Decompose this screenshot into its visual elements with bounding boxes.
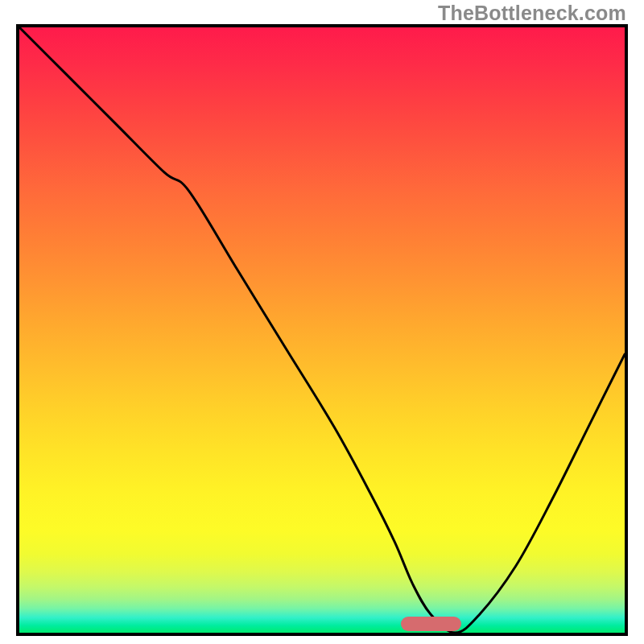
background-gradient [19, 27, 625, 633]
watermark-text: TheBottleneck.com [438, 2, 626, 25]
plot-area [16, 24, 628, 636]
optimal-range-indicator [401, 617, 461, 631]
chart-container: TheBottleneck.com [0, 0, 644, 644]
